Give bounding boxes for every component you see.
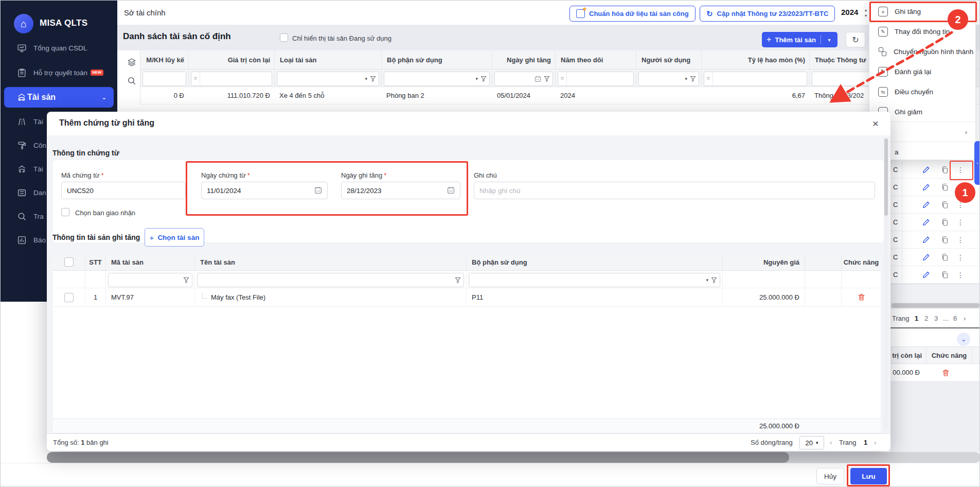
modal-filter-asset-name[interactable] (197, 273, 464, 287)
filter-select-asset-type[interactable]: ▾ (277, 72, 379, 86)
edit-pencil-icon[interactable] (921, 183, 931, 192)
row-more-actions-button[interactable]: ⋮ (956, 270, 965, 280)
doc-date-input[interactable] (201, 182, 328, 199)
detail-row[interactable]: 00.000 Đ (890, 364, 980, 381)
edit-pencil-icon[interactable] (921, 270, 931, 280)
column-header-department[interactable]: Bộ phận sử dụng (381, 50, 492, 69)
scrollbar-thumb[interactable] (892, 303, 979, 308)
year-stepper[interactable]: ▴ ▾ (863, 7, 869, 19)
filter-funnel-icon[interactable] (455, 277, 461, 283)
filter-input-depreciation[interactable]: = (704, 72, 807, 86)
modal-filter-department[interactable]: ▾ (469, 273, 720, 287)
calendar-icon[interactable] (534, 76, 541, 82)
menu-item-dieu-chuyen[interactable]: ⇆ Điều chuyển (869, 82, 975, 102)
asset-row-cell[interactable]: Xe 4 đến 5 chỗ (274, 87, 381, 105)
delete-trash-icon[interactable] (858, 293, 865, 301)
scrollbar-thumb[interactable] (884, 138, 888, 216)
edit-pencil-icon[interactable] (921, 253, 931, 262)
table-row[interactable]: C ⋮ (890, 214, 980, 231)
filter-funnel-icon[interactable] (183, 277, 189, 283)
row-more-actions-button[interactable]: ⋮ (956, 218, 965, 227)
sidebar-item-settlement[interactable]: Hỗ trợ quyết toán NEW (1, 62, 117, 83)
caret-down-icon[interactable]: ▾ (706, 277, 708, 283)
column-header-residual[interactable]: Giá trị còn lại (188, 50, 274, 69)
row-asset-code[interactable]: MVT.97 (105, 288, 194, 307)
table-row[interactable]: C ⋮ (890, 161, 980, 179)
row-checkbox[interactable] (64, 293, 74, 302)
copy-document-icon[interactable] (940, 218, 950, 227)
filter-funnel-icon[interactable] (480, 76, 487, 82)
row-more-actions-button[interactable]: ⋮ (956, 165, 965, 175)
choose-asset-button[interactable]: + Chọn tài sản (145, 228, 204, 247)
layers-icon[interactable] (127, 58, 136, 67)
modal-col-actions[interactable]: Chức năng (841, 254, 881, 271)
column-header-asset-type[interactable]: Loại tài sản (274, 50, 381, 69)
edit-pencil-icon[interactable] (921, 200, 931, 210)
copy-document-icon[interactable] (940, 165, 950, 175)
asset-row-cell[interactable]: Phòng ban 2 (381, 87, 492, 105)
delete-trash-icon[interactable] (941, 368, 950, 377)
detail-column-actions[interactable]: Chức năng (926, 346, 972, 364)
page-2-button[interactable]: 2 (924, 315, 928, 322)
page-horizontal-scrollbar-thumb[interactable] (47, 452, 789, 463)
edit-pencil-icon[interactable] (921, 235, 931, 245)
table-row[interactable]: C ⋮ (890, 249, 980, 266)
row-department[interactable]: P11 (466, 288, 722, 307)
horizontal-scrollbar-track[interactable] (890, 302, 980, 309)
filter-input-residual[interactable]: = (191, 72, 272, 86)
close-icon[interactable]: × (869, 117, 882, 130)
row-more-actions-button[interactable]: ⋮ (956, 253, 965, 262)
expand-side-panel-handle[interactable]: ‹ (974, 141, 980, 185)
modal-col-original-price[interactable]: Nguyên giá (722, 254, 805, 271)
asset-row-cell[interactable]: 111.010.720 Đ (188, 87, 274, 105)
filter-date-increase[interactable] (494, 72, 553, 86)
asset-row-cell[interactable] (636, 87, 701, 105)
copy-document-icon[interactable] (940, 253, 950, 262)
filter-input-tracking-year[interactable]: = (558, 72, 634, 86)
column-header-hmkh[interactable]: M/KH lũy kế (140, 50, 188, 69)
filter-funnel-icon[interactable] (370, 76, 376, 82)
sidebar-item-overview[interactable]: Tổng quan CSDL (1, 38, 117, 58)
year-selector[interactable]: 2024 (841, 8, 858, 16)
filter-in-use-checkbox[interactable] (280, 33, 288, 42)
row-asset-name[interactable]: Máy fax (Test File) (194, 288, 466, 307)
copy-document-icon[interactable] (940, 235, 950, 245)
caret-down-icon[interactable]: ▾ (475, 76, 478, 81)
current-page[interactable]: 1 (864, 439, 867, 446)
column-header-depreciation-rate[interactable]: Tỷ lệ hao mòn (%) (701, 50, 809, 69)
code-input[interactable] (61, 182, 186, 199)
search-icon[interactable] (127, 76, 136, 85)
equals-operator-icon[interactable]: = (704, 72, 713, 85)
asset-row-cell[interactable]: 0 Đ (140, 87, 188, 105)
rows-per-page-select[interactable]: 20 ▾ (799, 436, 824, 449)
select-all-checkbox[interactable] (64, 257, 74, 267)
modal-filter-asset-code[interactable] (108, 273, 192, 287)
filter-funnel-icon[interactable] (690, 76, 696, 82)
modal-col-department[interactable]: Bộ phận sử dụng (466, 254, 722, 271)
column-header-tracking-year[interactable]: Năm theo dõi (555, 50, 636, 69)
update-circular-button[interactable]: ↻ Cập nhật Thông tư 23/2023/TT-BTC (700, 6, 835, 22)
standardize-public-asset-button[interactable]: ★ Chuẩn hóa dữ liệu tài sản công (569, 6, 696, 22)
cancel-button[interactable]: Hủy (816, 468, 844, 484)
sidebar-item-assets-active[interactable]: Tài sản ⌄ (4, 87, 114, 108)
row-more-actions-button[interactable]: ⋮ (956, 235, 965, 245)
filter-select-user[interactable]: ▾ (638, 72, 699, 86)
page-6-button[interactable]: 6 (953, 315, 957, 322)
column-header-increase-date[interactable]: Ngày ghi tăng (492, 50, 555, 69)
caret-down-icon[interactable]: ▾ (685, 76, 687, 81)
handover-checkbox[interactable] (61, 208, 69, 216)
column-header-user[interactable]: Người sử dụng (636, 50, 701, 69)
modal-col-asset-code[interactable]: Mã tài sản (105, 254, 194, 271)
page-3-button[interactable]: 3 (934, 315, 938, 322)
asset-row-cell[interactable]: 05/01/2024 (492, 87, 555, 105)
filter-select-department[interactable]: ▾ (384, 72, 490, 86)
collapse-panel-button[interactable]: ⌄ (957, 333, 970, 346)
table-row[interactable]: C ⋮ (890, 266, 980, 284)
save-button[interactable]: Lưu (850, 468, 887, 484)
add-asset-split-button[interactable]: + Thêm tài sản ▾ (762, 32, 838, 47)
increase-date-input[interactable] (341, 182, 460, 199)
modal-vertical-scrollbar[interactable] (884, 137, 888, 431)
page-1-button[interactable]: 1 (915, 315, 918, 322)
table-row[interactable]: C ⋮ (890, 231, 980, 249)
filter-input-hmkh[interactable] (142, 72, 186, 86)
